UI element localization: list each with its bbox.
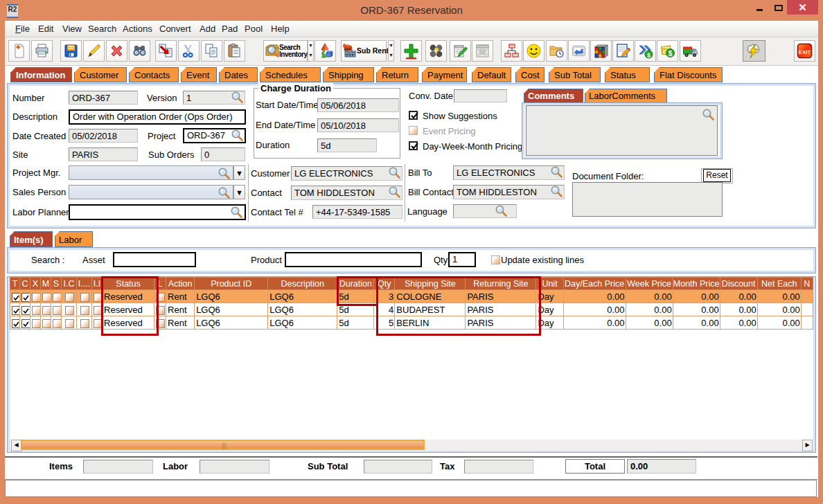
svg-text:?: ? xyxy=(434,46,439,56)
svg-text:EXIT: EXIT xyxy=(799,49,811,55)
svg-text:$: $ xyxy=(647,52,651,59)
svg-text:$: $ xyxy=(669,50,673,57)
